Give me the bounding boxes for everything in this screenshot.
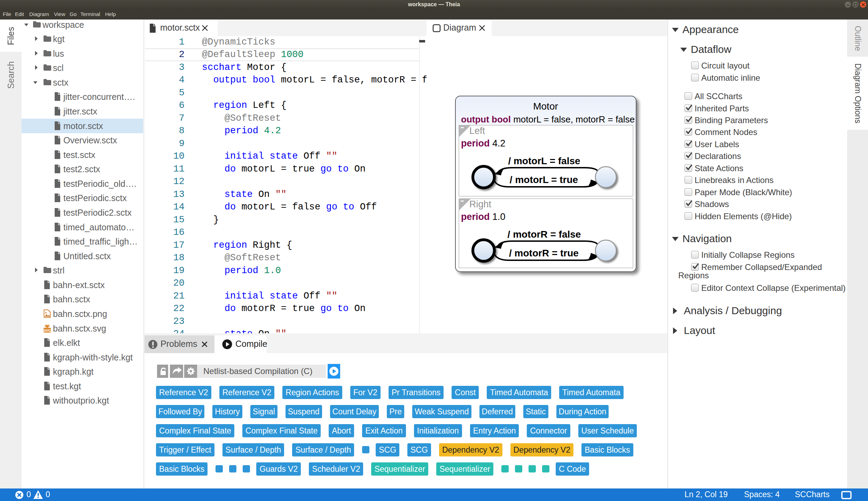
- svg-text:output bool motorL = false, mo: output bool motorL = false, motorR = fal…: [461, 114, 635, 125]
- svg-text:Left: Left: [469, 126, 485, 136]
- svg-text:/ motorL = true: / motorL = true: [510, 174, 578, 185]
- svg-text:period 1.0: period 1.0: [461, 212, 506, 222]
- svg-text:Right: Right: [469, 199, 492, 209]
- svg-text:period 4.2: period 4.2: [461, 138, 506, 149]
- svg-text:SVG: SVG: [44, 328, 51, 332]
- svg-text:Motor: Motor: [533, 101, 558, 112]
- svg-text:/ motorR = true: / motorR = true: [509, 248, 579, 259]
- svg-text:/ motorL = false: / motorL = false: [508, 156, 580, 166]
- svg-text:/ motorR = false: / motorR = false: [508, 229, 581, 240]
